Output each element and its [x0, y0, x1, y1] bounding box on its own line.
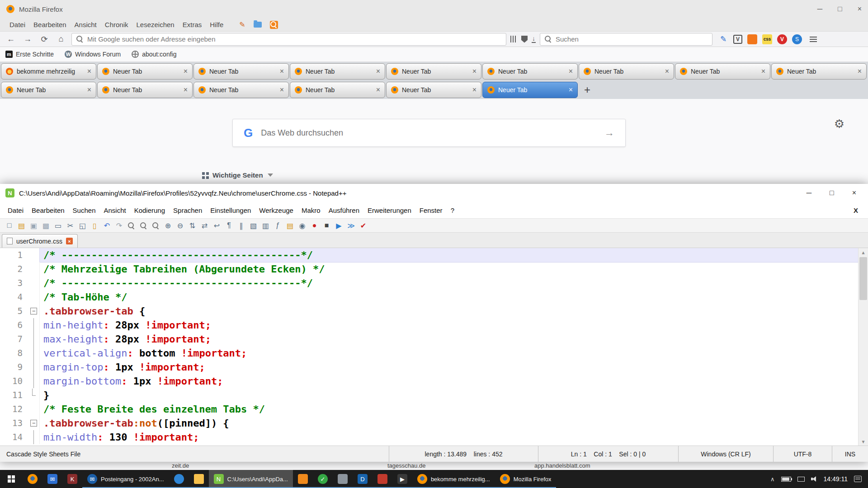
toolbar-redo-icon[interactable]: ↷	[113, 220, 125, 231]
blue-extension-icon[interactable]: S	[792, 34, 802, 44]
taskbar-button-6[interactable]	[189, 470, 209, 488]
toolbar-find-icon[interactable]	[126, 220, 137, 231]
toolbar-save-all-icon[interactable]: ▩	[40, 220, 52, 231]
tracking-shield-icon[interactable]	[521, 36, 528, 43]
notepadpp-menu-sprachen[interactable]: Sprachen	[169, 206, 206, 214]
tab-close-icon[interactable]: ×	[761, 68, 765, 75]
toolbar-user-defined-dialog-icon[interactable]: ▧	[248, 220, 259, 231]
toolbar-folder-as-workspace-icon[interactable]: ▤	[284, 220, 296, 231]
toolbar-function-list-icon[interactable]: ƒ	[272, 220, 283, 231]
notepadpp-menu-bearbeiten[interactable]: Bearbeiten	[28, 206, 69, 214]
v-red-extension-icon[interactable]: V	[777, 34, 787, 44]
tab-close-icon[interactable]: ×	[87, 68, 91, 75]
bookmark-item[interactable]: WWindows Forum	[65, 51, 121, 58]
toolbar-undo-icon[interactable]: ↶	[101, 220, 113, 231]
downloads-icon[interactable]: ↓	[532, 35, 536, 43]
status-insert-mode[interactable]: INS	[832, 446, 868, 462]
pinned-keepass[interactable]: K	[62, 470, 82, 488]
menu-hamburger-icon[interactable]	[810, 37, 817, 42]
browser-tab[interactable]: Neuer Tab×	[1, 82, 96, 98]
vertical-scrollbar[interactable]: ▲ ▼	[858, 248, 868, 446]
taskbar-button-8[interactable]	[293, 470, 313, 488]
toolbar-run-macro-multiple-icon[interactable]: ≫	[345, 220, 357, 231]
back-button[interactable]: ←	[5, 34, 17, 44]
toolbar-print-icon[interactable]: ▭	[52, 220, 64, 231]
tab-close-icon[interactable]: ×	[280, 68, 284, 75]
scrollbar-thumb[interactable]	[859, 257, 867, 300]
tab-close-icon[interactable]: ×	[858, 68, 862, 75]
toolbar-replace-icon[interactable]	[138, 220, 149, 231]
status-eol-format[interactable]: Windows (CR LF)	[678, 446, 773, 462]
toolbar-indent-guide-icon[interactable]: ∥	[236, 220, 247, 231]
code-line[interactable]: 9margin-top: 1px !important;	[0, 360, 858, 374]
notification-center-icon[interactable]	[854, 476, 862, 482]
code-line[interactable]: 10margin-bottom: 1px !important;	[0, 374, 858, 388]
taskbar-button-7[interactable]: NC:\Users\Andi\AppDa...	[209, 470, 293, 488]
code-line[interactable]: 8vertical-align: bottom !important;	[0, 346, 858, 360]
browser-tab[interactable]: Neuer Tab×	[386, 63, 481, 80]
taskbar-button-11[interactable]: D	[353, 470, 373, 488]
url-bar[interactable]: Mit Google suchen oder Adresse eingeben	[71, 33, 506, 46]
notepadpp-menu-kodierung[interactable]: Kodierung	[130, 206, 169, 214]
toolbar-monitoring-icon[interactable]: ◉	[297, 220, 308, 231]
tab-close-icon[interactable]: ×	[569, 68, 573, 75]
notepadpp-close-button[interactable]: ×	[852, 189, 856, 197]
toolbar-open-icon[interactable]: ▤	[16, 220, 27, 231]
notepadpp-menu-[interactable]: ?	[447, 206, 458, 214]
browser-tab[interactable]: Neuer Tab×	[482, 63, 578, 80]
firefox-menu-datei[interactable]: Datei	[5, 21, 29, 28]
browser-tab[interactable]: Neuer Tab×	[290, 82, 385, 98]
toolbar-copy-icon[interactable]: ◱	[77, 220, 88, 231]
tab-close-icon[interactable]: ×	[280, 86, 284, 94]
taskbar-button-13[interactable]: ▶	[392, 470, 412, 488]
toolbar-find-in-files-icon[interactable]	[150, 220, 161, 231]
fold-collapse-icon[interactable]: −	[30, 420, 37, 427]
toolbar-record-macro-icon[interactable]: ●	[309, 220, 320, 231]
browser-tab[interactable]: Neuer Tab×	[482, 82, 578, 98]
fold-collapse-icon[interactable]: −	[30, 308, 37, 314]
notepadpp-menu-ausfhren[interactable]: Ausführen	[325, 206, 363, 214]
tab-close-icon[interactable]: ×	[665, 68, 669, 75]
bookmark-item[interactable]: about:config	[132, 51, 176, 58]
firefox-menu-chronik[interactable]: Chronik	[101, 21, 132, 28]
toolbar-sync-vertical-icon[interactable]: ⇅	[187, 220, 198, 231]
pinned-mail[interactable]: ✉	[42, 470, 62, 488]
code-line[interactable]: 2/* Mehrzeilige Tabreihen (Abgerundete E…	[0, 262, 858, 276]
toolbar-show-all-characters-icon[interactable]: ¶	[223, 220, 235, 231]
code-line[interactable]: 7max-height: 28px !important;	[0, 332, 858, 346]
firefox-menu-bearbeiten[interactable]: Bearbeiten	[29, 21, 71, 28]
code-line[interactable]: 4/* Tab-Höhe */	[0, 290, 858, 304]
toolbar-spell-check-icon[interactable]: ✔	[358, 220, 369, 231]
network-icon[interactable]	[797, 477, 805, 482]
code-line[interactable]: 12/* Feste Breite des einzelnem Tabs */	[0, 402, 858, 416]
code-line[interactable]: 1/* ------------------------------------…	[0, 248, 858, 262]
notepadpp-menu-suchen[interactable]: Suchen	[69, 206, 100, 214]
taskbar-button-12[interactable]	[373, 470, 392, 488]
new-tab-button[interactable]: +	[578, 84, 596, 96]
browser-tab[interactable]: Neuer Tab×	[675, 63, 770, 80]
pinned-firefox[interactable]	[23, 470, 42, 488]
browser-tab[interactable]: Neuer Tab×	[290, 63, 385, 80]
taskbar-clock[interactable]: 14:49:11	[824, 475, 848, 483]
notepadpp-menu-fenster[interactable]: Fenster	[415, 206, 447, 214]
firefox-minimize-button[interactable]: ─	[817, 5, 822, 13]
firefox-maximize-button[interactable]: □	[838, 5, 842, 13]
notepadpp-menu-datei[interactable]: Datei	[4, 206, 28, 214]
code-editor[interactable]: 1/* ------------------------------------…	[0, 248, 868, 446]
scroll-up-arrow[interactable]: ▲	[859, 248, 868, 256]
firefox-menu-lesezeichen[interactable]: Lesezeichen	[132, 21, 178, 28]
pencil-icon[interactable]: ✎	[239, 20, 245, 29]
search-addon-icon[interactable]	[270, 21, 278, 29]
browser-tab[interactable]: Neuer Tab×	[193, 82, 289, 98]
toolbar-zoom-out-icon[interactable]: ⊖	[175, 220, 186, 231]
firefox-menu-ansicht[interactable]: Ansicht	[71, 21, 101, 28]
browser-tab[interactable]: Neuer Tab×	[771, 63, 867, 80]
tray-expand-icon[interactable]: ∧	[770, 476, 775, 483]
bookmark-item[interactable]: mErste Schritte	[5, 51, 54, 58]
status-encoding[interactable]: UTF-8	[773, 446, 832, 462]
notepadpp-menu-einstellungen[interactable]: Einstellungen	[206, 206, 255, 214]
css-style-extension-icon[interactable]: css	[762, 34, 772, 44]
code-line[interactable]: 5−.tabbrowser-tab {	[0, 304, 858, 318]
taskbar-button-4[interactable]: ✉Posteingang - 2002An...	[82, 470, 169, 488]
toolbar-play-macro-icon[interactable]: ▶	[333, 220, 344, 231]
